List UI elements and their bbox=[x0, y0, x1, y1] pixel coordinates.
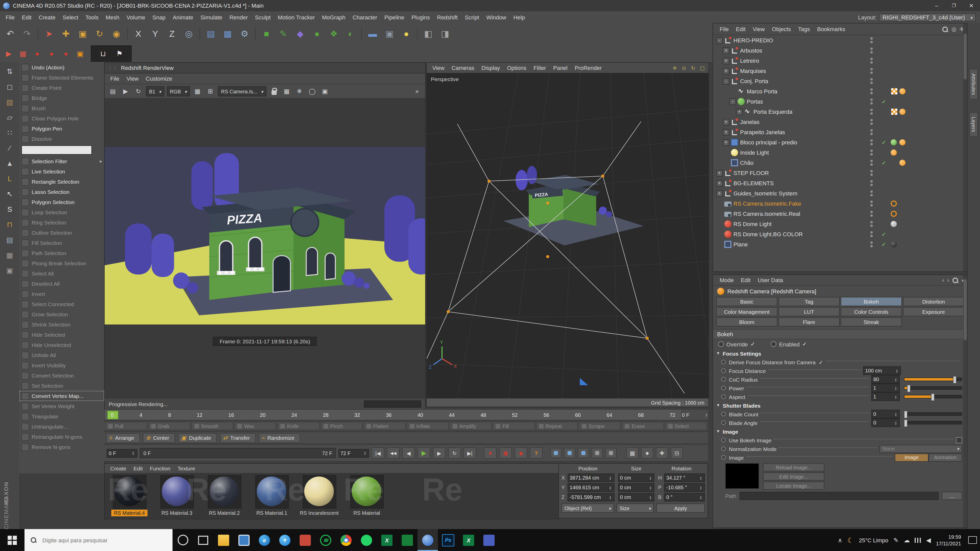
material-item[interactable]: RS Incandescent bbox=[296, 473, 343, 516]
position-record-toggle[interactable] bbox=[550, 448, 562, 458]
viewport-menu-item[interactable]: Filter bbox=[530, 65, 550, 71]
power-field[interactable]: 1 bbox=[871, 384, 900, 392]
taskbar-search[interactable] bbox=[24, 529, 172, 551]
expand-toggle[interactable]: + bbox=[716, 180, 723, 186]
whatsapp-icon[interactable] bbox=[356, 529, 377, 551]
visibility-dots[interactable] bbox=[870, 190, 873, 197]
menu-item[interactable]: MoGraph bbox=[318, 14, 349, 20]
tree-row[interactable]: + Janelas bbox=[713, 117, 967, 127]
anim-dot-icon[interactable] bbox=[721, 412, 726, 416]
z-axis-lock-icon[interactable]: Z bbox=[164, 26, 180, 42]
transfer-button[interactable]: ⇄Transfer bbox=[220, 433, 256, 443]
tray-chevron-icon[interactable]: ∧ bbox=[838, 537, 842, 544]
object-label[interactable]: Parapeito Janelas bbox=[740, 129, 785, 135]
scale-record-toggle[interactable] bbox=[564, 448, 575, 458]
scrollbar[interactable] bbox=[963, 24, 967, 272]
store-icon[interactable] bbox=[295, 529, 315, 551]
next-frame-button[interactable] bbox=[433, 448, 445, 459]
object-manager-menu-item[interactable]: Objects bbox=[768, 26, 795, 32]
menu-item[interactable]: Sculpt bbox=[251, 14, 274, 20]
position-z-field[interactable]: -5781.599 cm bbox=[568, 493, 614, 502]
command-item[interactable]: Polygon Pen bbox=[19, 124, 104, 134]
command-item[interactable]: Remove N-gons ▸ bbox=[19, 442, 104, 452]
material-menu-item[interactable]: Function bbox=[146, 465, 174, 472]
tag-icon[interactable] bbox=[891, 149, 897, 156]
material-name[interactable]: RS Material.3 bbox=[159, 510, 195, 516]
edges-mode-icon[interactable]: ∕ bbox=[3, 141, 17, 155]
derive-focus-check-icon[interactable] bbox=[819, 359, 823, 365]
enabled-check-icon[interactable] bbox=[881, 231, 886, 238]
excel-icon[interactable] bbox=[377, 529, 397, 551]
command-item[interactable]: Phong Break Selection ▸ bbox=[19, 258, 104, 268]
notification-center-icon[interactable] bbox=[968, 536, 977, 544]
preview-range-slider[interactable]: 0 F 72 F bbox=[140, 448, 336, 458]
taskbar-clock[interactable]: 19:59 17/11/2021 bbox=[936, 534, 961, 547]
menu-item[interactable]: Pipeline bbox=[381, 14, 408, 20]
command-item[interactable]: Rectangle Selection ▸ bbox=[19, 176, 104, 187]
previous-key-button[interactable] bbox=[387, 448, 400, 459]
spinner-icon[interactable] bbox=[608, 494, 612, 500]
rotate-view-icon[interactable]: ↻ bbox=[689, 64, 697, 72]
command-item[interactable]: Set Vertex Weight ▸ bbox=[19, 401, 104, 411]
attribute-menu-item[interactable]: User Data bbox=[754, 277, 787, 283]
viewport-menu-item[interactable]: Cameras bbox=[448, 65, 478, 71]
command-item[interactable]: Fill Selection ▸ bbox=[19, 238, 104, 248]
object-label[interactable]: RS Dome Light bbox=[733, 221, 772, 227]
render-play-icon[interactable]: ▶ bbox=[121, 86, 130, 97]
render-view-icon[interactable]: ▤ bbox=[203, 26, 219, 42]
expand-toggle[interactable]: + bbox=[723, 68, 729, 74]
attribute-menu-item[interactable]: Edit bbox=[737, 277, 754, 283]
sculpt-tool-button[interactable]: Smooth bbox=[191, 422, 233, 430]
randomize-button[interactable]: ≈Randomize bbox=[259, 433, 300, 443]
command-item[interactable]: Select Connected ▸ bbox=[19, 299, 104, 309]
current-frame-field[interactable]: 0 F bbox=[107, 449, 137, 457]
undo-icon[interactable]: ↶ bbox=[2, 26, 18, 42]
object-label[interactable]: Conj. Porta bbox=[740, 78, 768, 84]
object-manager-menu-item[interactable]: Tags bbox=[794, 26, 814, 32]
rotation-h-field[interactable]: 34.127 ° bbox=[664, 473, 705, 482]
redshift-light-icon[interactable]: ● bbox=[45, 47, 58, 60]
snapshot-icon[interactable]: ▤ bbox=[108, 86, 118, 97]
override-radio[interactable] bbox=[718, 341, 724, 347]
command-item[interactable]: Hide Unselected ▸ bbox=[19, 340, 104, 350]
keyframe-selection-button[interactable] bbox=[514, 448, 527, 459]
visibility-dots[interactable] bbox=[870, 139, 873, 145]
material-name[interactable]: RS Material.4 bbox=[111, 510, 147, 516]
toggle-view-icon[interactable]: ▢ bbox=[698, 64, 706, 72]
pan-view-icon[interactable]: ✛ bbox=[671, 64, 679, 72]
tree-row[interactable]: RS Camera.Isometric.Real bbox=[713, 209, 967, 219]
render-settings-icon[interactable]: ⚙ bbox=[236, 26, 253, 42]
visibility-dots[interactable] bbox=[870, 129, 873, 135]
object-manager-menu-item[interactable]: File bbox=[716, 26, 732, 32]
sculpt-tool-button[interactable]: Select bbox=[665, 422, 707, 430]
enabled-radio[interactable] bbox=[771, 341, 776, 347]
visibility-dots[interactable] bbox=[870, 88, 873, 94]
add-cube-icon[interactable]: ■ bbox=[258, 26, 275, 42]
visibility-dots[interactable] bbox=[870, 37, 873, 43]
generator-icon[interactable]: ● bbox=[309, 26, 325, 42]
attribute-tab[interactable]: Exposure bbox=[903, 307, 964, 316]
tag-icon[interactable] bbox=[899, 139, 905, 145]
visibility-dots[interactable] bbox=[870, 241, 873, 248]
locate-image-button[interactable]: Locate Image... bbox=[763, 482, 824, 490]
teams-icon[interactable] bbox=[479, 529, 499, 551]
object-manager-menu-item[interactable]: Edit bbox=[732, 26, 749, 32]
texture-mode-icon[interactable]: ▨ bbox=[3, 95, 17, 109]
workplane-mode-icon[interactable]: ▱ bbox=[3, 110, 17, 124]
back-icon[interactable]: ‹ bbox=[942, 277, 944, 283]
command-item[interactable]: Convert Vertex Map... ▸ bbox=[19, 391, 104, 401]
object-label[interactable]: Janelas bbox=[740, 119, 759, 125]
tree-row[interactable]: + STEP FLOOR bbox=[713, 168, 967, 178]
command-item[interactable]: Hide Selected ▸ bbox=[19, 330, 104, 340]
search-input[interactable] bbox=[41, 537, 145, 544]
center-button[interactable]: ⊕Center bbox=[143, 433, 175, 443]
visibility-dots[interactable] bbox=[870, 78, 873, 84]
menu-item[interactable]: Motion Tracker bbox=[274, 14, 318, 20]
tag-icon[interactable] bbox=[891, 211, 897, 217]
blade-angle-slider[interactable] bbox=[904, 421, 962, 424]
visibility-dots[interactable] bbox=[870, 170, 873, 176]
uv-mode-icon[interactable]: ▦ bbox=[3, 248, 17, 262]
visibility-dots[interactable] bbox=[870, 221, 873, 227]
timeline-ruler[interactable]: 04812162024283236404448525660646872 0 F bbox=[104, 409, 709, 421]
render-picture-viewer-icon[interactable]: ▦ bbox=[220, 26, 236, 42]
